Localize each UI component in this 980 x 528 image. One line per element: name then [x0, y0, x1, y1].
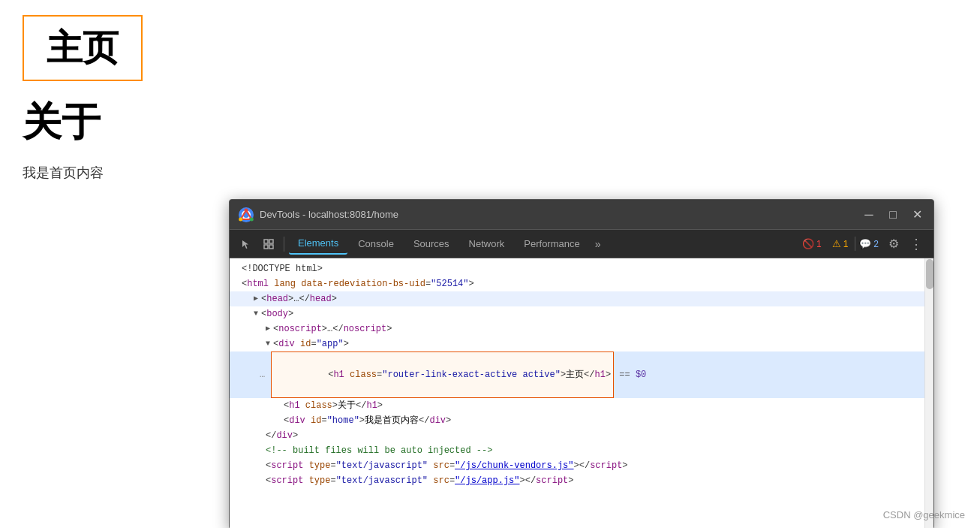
code-text: div	[429, 413, 446, 428]
code-text	[295, 336, 300, 351]
code-text	[300, 398, 305, 413]
maximize-button[interactable]: □	[885, 208, 900, 222]
code-text: =	[330, 473, 335, 488]
expand-arrow[interactable]: ▼	[266, 336, 270, 351]
code-text: <	[266, 473, 271, 488]
code-text: head	[266, 291, 288, 306]
svg-point-3	[245, 208, 248, 212]
tab-network[interactable]: Network	[460, 234, 514, 254]
tab-performance[interactable]: Performance	[515, 234, 588, 254]
vertical-scrollbar[interactable]	[924, 258, 933, 528]
tab-sources[interactable]: Sources	[404, 234, 458, 254]
code-text: >	[377, 398, 383, 413]
tab-elements[interactable]: Elements	[289, 233, 347, 255]
svg-rect-6	[264, 240, 268, 243]
devtools-window: DevTools - localhost:8081/home ─ □ ✕ Ele…	[229, 199, 934, 528]
code-text: <!DOCTYPE html>	[242, 261, 323, 276]
code-text	[428, 458, 433, 473]
devtools-toolbar: Elements Console Sources Network Perform…	[230, 230, 933, 258]
code-text: </	[584, 370, 594, 380]
warning-badge[interactable]: ⚠ 1	[828, 237, 852, 251]
code-text	[296, 276, 301, 291]
code-text: >	[332, 291, 337, 306]
code-text: =	[425, 276, 431, 291]
code-text: >	[332, 398, 338, 413]
code-text: <	[284, 398, 289, 413]
code-text: </	[266, 428, 276, 443]
badge-group: 🚫 1 ⚠ 1 💬 2	[798, 237, 882, 251]
devtools-title: DevTools - localhost:8081/home	[260, 209, 861, 220]
toolbar-separator	[284, 237, 284, 252]
code-text: "router-link-exact-active active"	[382, 370, 561, 380]
code-text: div	[278, 336, 295, 351]
code-text: body	[266, 306, 288, 321]
code-line-head: ▶ <head>…</head>	[230, 291, 924, 306]
error-icon: 🚫	[802, 238, 814, 249]
svg-rect-7	[269, 240, 273, 243]
code-line-h1-highlighted[interactable]: … <h1 class="router-link-exact-active ac…	[230, 351, 924, 398]
code-line-close-div: </div>	[230, 428, 924, 443]
code-text: html	[247, 276, 269, 291]
dollar-zero: $0	[636, 367, 646, 382]
error-badge[interactable]: 🚫 1	[798, 237, 825, 251]
code-text: noscript	[344, 321, 387, 336]
svg-rect-8	[264, 245, 268, 249]
main-heading: 主页	[23, 15, 143, 81]
warning-icon: ⚠	[832, 238, 841, 249]
code-text: id	[311, 413, 321, 428]
code-text	[303, 473, 308, 488]
expand-arrow[interactable]: ▶	[266, 321, 270, 336]
settings-icon-button[interactable]: ⚙	[884, 234, 903, 254]
code-text: >	[622, 458, 627, 473]
warning-count: 1	[843, 239, 849, 249]
code-text: ==	[614, 367, 636, 382]
code-text: "text/javascript"	[336, 458, 428, 473]
code-text: script	[271, 458, 303, 473]
code-text: =	[330, 458, 335, 473]
highlighted-element: <h1 class="router-link-exact-active acti…	[271, 351, 614, 398]
code-line-body: ▼ <body>	[230, 306, 924, 321]
code-text: >	[561, 370, 566, 380]
code-text: h1	[289, 398, 299, 413]
code-text: >	[606, 370, 611, 380]
code-text: 主页	[566, 370, 584, 380]
code-line: <!DOCTYPE html>	[230, 261, 924, 276]
script-src-link[interactable]: "/js/chunk-vendors.js"	[455, 458, 573, 473]
code-text: 关于	[338, 398, 356, 413]
cursor-icon-button[interactable]	[236, 234, 257, 255]
inspect-icon-button[interactable]	[258, 234, 279, 255]
more-tabs-button[interactable]: »	[591, 235, 606, 253]
code-text: <	[261, 306, 266, 321]
code-text: script	[271, 473, 303, 488]
code-text: <	[284, 413, 289, 428]
code-text: "app"	[317, 336, 344, 351]
code-text: h1	[366, 398, 377, 413]
scrollbar-thumb[interactable]	[926, 259, 933, 289]
expand-arrow[interactable]: ▼	[254, 306, 258, 321]
code-line-noscript: ▶ <noscript>…</noscript>	[230, 321, 924, 336]
code-text: type	[309, 473, 331, 488]
code-text: class	[350, 370, 377, 380]
watermark: CSDN @geekmice	[883, 509, 965, 520]
code-text: class	[305, 398, 332, 413]
code-text: >	[359, 413, 365, 428]
code-text: noscript	[278, 321, 322, 336]
code-text: >	[293, 428, 298, 443]
script-app-link[interactable]: "/js/app.js"	[455, 473, 519, 488]
tab-console[interactable]: Console	[349, 234, 403, 254]
code-text: </	[356, 398, 366, 413]
code-text: >…</	[322, 321, 344, 336]
chrome-icon	[239, 207, 254, 222]
close-button[interactable]: ✕	[909, 207, 924, 222]
code-text: data-redeviation-bs-uid	[301, 276, 425, 291]
code-text: <	[273, 321, 278, 336]
code-text: >…</	[288, 291, 310, 306]
more-options-button[interactable]: ⋮	[905, 233, 927, 255]
code-text	[269, 276, 274, 291]
code-area[interactable]: <!DOCTYPE html> <html lang data-redeviat…	[230, 258, 924, 528]
message-badge[interactable]: 💬 2	[855, 237, 882, 251]
expand-arrow[interactable]: ▶	[254, 291, 258, 306]
minimize-button[interactable]: ─	[861, 208, 876, 222]
code-text: <	[273, 336, 278, 351]
code-text: h1	[595, 370, 606, 380]
